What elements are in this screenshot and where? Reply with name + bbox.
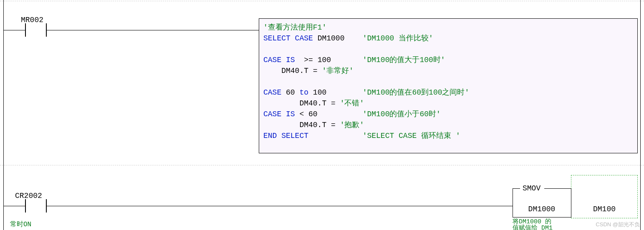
code-text: DM40.T = <box>263 67 322 75</box>
func-frame <box>513 217 571 218</box>
function-block[interactable]: SMOV DM1000 DM100 <box>513 184 638 218</box>
keyword: CASE IS <box>263 110 295 118</box>
keyword: CASE IS <box>263 56 295 64</box>
contact-label: CR2002 <box>15 192 42 200</box>
string: '不错' <box>340 99 364 108</box>
keyword: END SELECT <box>263 132 308 140</box>
keyword: CASE <box>263 88 281 97</box>
comment: 'DM100的值小于60时' <box>363 110 441 118</box>
right-power-rail <box>640 0 641 230</box>
comment: 'DM100的值大于100时' <box>363 56 445 64</box>
wire <box>47 206 513 206</box>
contact-label: MR002 <box>21 16 43 24</box>
func-frame <box>513 188 520 189</box>
func-param: DM1000 <box>513 205 571 213</box>
code-text: < 60 <box>295 110 363 118</box>
code-text <box>308 132 363 140</box>
keyword: SELECT CASE <box>263 34 313 42</box>
func-param: DM100 <box>571 205 638 213</box>
grid-line <box>0 1 644 1</box>
comment: 'SELECT CASE 循环结束 ' <box>363 132 460 140</box>
code-text: DM1000 <box>313 34 363 42</box>
wire <box>3 206 25 206</box>
grid-line <box>0 165 644 165</box>
left-power-rail <box>3 0 4 230</box>
func-frame <box>544 188 571 189</box>
watermark: CSDN @韶光不负 <box>596 221 640 228</box>
contact-note: 常时ON <box>10 220 31 229</box>
script-block[interactable]: '查看方法使用F1' SELECT CASE DM1000 'DM1000 当作… <box>259 18 638 153</box>
func-title: SMOV <box>522 184 541 192</box>
wire <box>47 30 259 30</box>
contact-no[interactable] <box>25 199 47 212</box>
keyword: to <box>299 88 308 97</box>
code-text: 100 <box>308 88 363 97</box>
wire <box>3 30 25 30</box>
comment: '查看方法使用F1' <box>263 23 326 32</box>
string: '抱歉' <box>340 121 364 129</box>
code-text: DM40.T = <box>263 99 340 108</box>
string: '非常好' <box>322 67 354 75</box>
comment: 'DM100的值在60到100之间时' <box>363 88 470 97</box>
contact-no[interactable] <box>25 23 47 37</box>
comment: 'DM1000 当作比较' <box>363 34 433 42</box>
ladder-canvas: MR002 '查看方法使用F1' SELECT CASE DM1000 'DM1… <box>0 0 644 230</box>
code-text: >= 100 <box>295 56 363 64</box>
code-text: 60 <box>281 88 299 97</box>
code-text: DM40.T = <box>263 121 340 129</box>
